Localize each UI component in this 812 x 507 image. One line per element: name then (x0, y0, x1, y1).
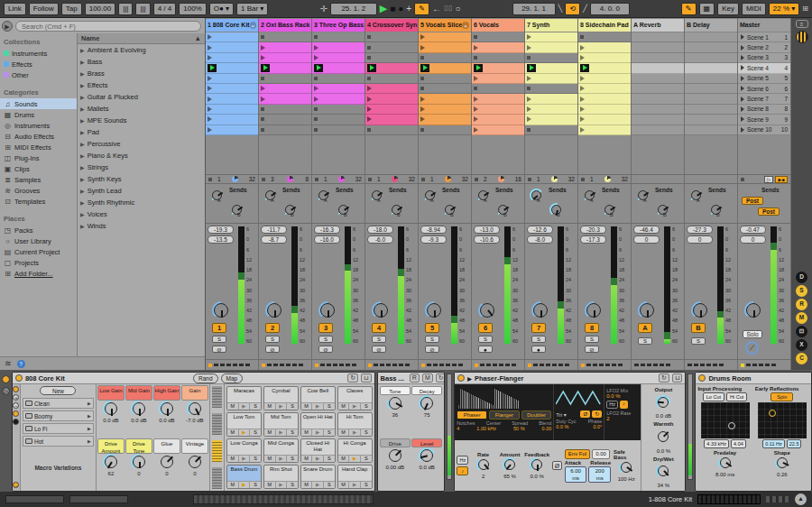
pad-mute-button[interactable]: M (301, 456, 313, 462)
browser-list-item[interactable]: ▶Synth Rhythmic (78, 197, 205, 208)
pan-knob[interactable] (585, 301, 603, 321)
solo-button[interactable]: S (585, 336, 599, 343)
clip-playing-icon[interactable] (367, 64, 376, 72)
scene-row[interactable]: Scene 77 (738, 94, 790, 104)
bass-knob-tone[interactable]: Tone 36 (380, 386, 411, 438)
volume-field[interactable]: 0 (687, 235, 713, 244)
clip-playing-icon[interactable] (474, 64, 483, 72)
stop-all-track-icon[interactable] (262, 178, 265, 181)
clip-slot-empty[interactable] (312, 115, 364, 124)
capture-midi-icon[interactable]: ○ (455, 3, 460, 15)
scene-play-icon[interactable] (741, 116, 744, 122)
pencil-icon[interactable]: ✎ (681, 3, 697, 15)
clip-slot[interactable] (206, 42, 258, 52)
arm-button[interactable]: ⊘ (585, 346, 599, 353)
browser-list-item[interactable]: ▶Ambient & Evolving (78, 44, 205, 56)
lfo2-hz-button[interactable]: Hz (606, 401, 618, 409)
drum-pad-snare-drum[interactable]: Snare Drum M▶S (300, 465, 336, 489)
clip-stop-icon[interactable] (314, 128, 318, 132)
clip-stop-icon[interactable] (261, 107, 264, 111)
clip-play-icon[interactable] (474, 97, 478, 102)
peak-level-field[interactable]: -18.0 (367, 226, 393, 234)
pan-knob[interactable] (372, 301, 390, 321)
follow-arrow-icon[interactable]: ✛ (319, 3, 327, 15)
clip-slot[interactable] (578, 42, 631, 52)
clip-stop-icon[interactable] (474, 87, 477, 90)
browser-list-item[interactable]: ▶Pad (78, 126, 205, 138)
clip-slot-playing[interactable] (365, 63, 418, 73)
pan-knob[interactable] (531, 301, 549, 321)
pad-play-icon[interactable]: ▶ (276, 403, 288, 410)
clip-slot[interactable] (419, 42, 471, 52)
sidebar-item-drums[interactable]: ▦Drums (0, 109, 77, 120)
clip-play-icon[interactable] (527, 34, 531, 40)
rate-knob[interactable]: Rate 2 (471, 452, 495, 479)
pan-knob[interactable] (691, 301, 709, 321)
pad-solo-button[interactable]: S (250, 482, 261, 488)
chevron-down-icon[interactable]: ⌄ (250, 22, 256, 29)
scene-play-icon[interactable] (741, 76, 744, 81)
safe-bass-knob[interactable]: Safe Bass 100 Hz (614, 449, 639, 482)
return-slot[interactable] (685, 105, 737, 115)
clip-slot[interactable] (312, 94, 364, 104)
pad-play-icon[interactable]: ▶ (312, 403, 324, 410)
clip-slot[interactable] (419, 32, 471, 42)
pad-solo-button[interactable]: S (250, 429, 261, 436)
return-slot[interactable] (685, 63, 737, 73)
browser-list-item[interactable]: ▶MPE Sounds (78, 115, 205, 126)
sidebar-item-audio-effects[interactable]: ⊟Audio Effects (0, 131, 77, 142)
recall-play-icon[interactable]: ▶ (88, 413, 91, 419)
crossfader-icon[interactable]: ⟋ (745, 341, 759, 355)
drum-pad-hand-clap[interactable]: Hand Clap M▶S (337, 465, 373, 489)
drum-rack-pad-overview[interactable] (210, 384, 225, 491)
midi-map-button[interactable]: MIDI (742, 3, 766, 15)
macro-knob-low-gain[interactable]: Low Gain 0.0 dB (97, 385, 125, 438)
drum-pad-hi-tom[interactable]: Hi Tom M▶S (337, 412, 373, 437)
clip-play-icon[interactable] (580, 116, 585, 122)
clip-stop-icon[interactable] (474, 35, 477, 39)
device-title-bar[interactable]: Drums Room (696, 373, 811, 384)
track-activator[interactable]: 1 (212, 323, 226, 333)
rack-macro-icon[interactable] (13, 386, 19, 392)
collection-item-effects[interactable]: Effects (0, 59, 77, 69)
cpu-meter[interactable]: 22 % ▾ (769, 3, 799, 15)
clip-slot[interactable] (419, 105, 471, 115)
lfo2-rate-value[interactable]: 2 (606, 416, 639, 421)
place-item-current-project[interactable]: ▤Current Project (0, 246, 77, 257)
browser-list-item[interactable]: ▶Percussive (78, 138, 205, 150)
pad-solo-button[interactable]: S (324, 429, 335, 436)
clip-play-icon[interactable] (580, 127, 585, 133)
groove-amount-menu[interactable]: O● ▾ (209, 3, 234, 15)
clip-stop-icon[interactable] (420, 56, 424, 60)
clip-slot-empty[interactable] (365, 32, 418, 42)
sidebar-item-midi-effects[interactable]: ⊞MIDI Effects (0, 142, 77, 152)
arm-button[interactable]: ⊘ (425, 346, 439, 353)
rand-icon[interactable]: R (410, 373, 420, 383)
return-slot[interactable] (685, 32, 737, 42)
volume-field[interactable]: 0 (633, 235, 660, 244)
arrangement-position-field[interactable]: 25. 1. 2 (330, 3, 377, 15)
pad-mute-button[interactable]: M (301, 403, 313, 410)
scene-play-icon[interactable] (741, 106, 744, 112)
return-slot[interactable] (632, 74, 684, 84)
pad-mute-button[interactable]: M (338, 403, 350, 410)
recall-play-icon[interactable]: ▶ (88, 426, 91, 431)
new-variation-button[interactable]: New (40, 386, 76, 395)
browser-list-item[interactable]: ▶Bass (78, 56, 205, 68)
mixer-section-toggle-m[interactable]: M (796, 312, 807, 324)
clip-stop-icon[interactable] (527, 56, 531, 60)
clip-slot-empty[interactable] (419, 53, 471, 63)
chevron-down-icon[interactable]: ⌄ (462, 22, 469, 29)
pan-knob[interactable] (638, 301, 656, 321)
map-icon[interactable]: M (422, 373, 433, 383)
back-to-arrangement-button[interactable]: ▶■ (775, 176, 788, 183)
drum-pad-mid-conga[interactable]: Mid Conga M▶S (263, 438, 299, 463)
device-view-selector-icon[interactable]: ▷ (2, 387, 10, 395)
clip-stop-icon[interactable] (314, 77, 318, 80)
clip-slot-playing[interactable] (472, 63, 524, 73)
macro-knob-mid-gain[interactable]: Mid Gain 0.0 dB (125, 385, 152, 438)
device-fold-icon[interactable]: ▶ (467, 375, 472, 382)
tap-tempo-button[interactable]: Tap (61, 3, 82, 15)
device-on-icon[interactable] (457, 374, 465, 382)
info-icon[interactable]: ? (17, 360, 25, 368)
